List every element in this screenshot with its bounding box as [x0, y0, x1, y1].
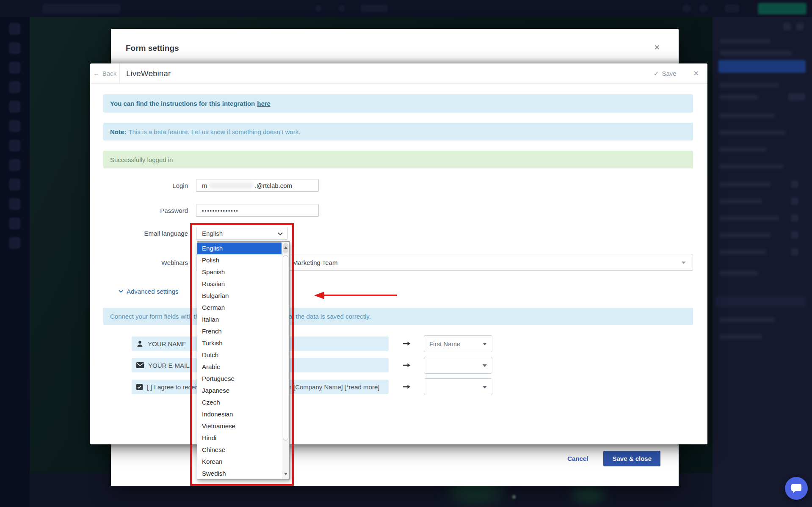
dropdown-option[interactable]: Spanish [197, 266, 282, 278]
dropdown-option[interactable]: Hindi [197, 432, 282, 444]
email-language-dropdown-list: English Polish Spanish Russian Bulgarian… [197, 241, 290, 479]
instructions-text: You can find the instructions for this i… [110, 100, 255, 107]
header-shadow [111, 58, 679, 63]
dropdown-option[interactable]: Russian [197, 278, 282, 290]
advanced-settings-label: Advanced settings [127, 288, 179, 295]
dropdown-option[interactable]: Bulgarian [197, 290, 282, 302]
note-text: This is a beta feature. Let us know if s… [128, 128, 300, 135]
webinars-value: Marketing Team [293, 259, 337, 266]
chevron-down-icon [483, 343, 487, 345]
mapping-row-consent: [ ] I agree to receive marketing communi… [103, 378, 693, 395]
save-label: Save [662, 70, 676, 77]
login-value-prefix: m [202, 182, 207, 189]
close-icon[interactable]: ✕ [693, 69, 699, 77]
maps-to-arrow-icon [403, 341, 410, 346]
dropdown-option[interactable]: Polish [197, 254, 282, 266]
chat-widget-button[interactable] [785, 477, 808, 500]
chevron-down-icon [119, 290, 123, 293]
back-button[interactable]: ← Back [90, 63, 120, 84]
target-field-select[interactable] [424, 357, 492, 374]
cancel-button[interactable]: Cancel [567, 451, 588, 466]
chevron-down-icon [682, 262, 686, 264]
scrollbar-thumb[interactable] [283, 255, 288, 441]
email-language-label: Email language [103, 230, 188, 237]
password-row: Password •••••••••••••• [103, 204, 693, 217]
instructions-link[interactable]: here [257, 100, 271, 107]
dropdown-option[interactable]: Swedish [197, 468, 282, 479]
login-success-banner: Successfully logged in [103, 151, 693, 168]
dropdown-option[interactable]: Czech [197, 397, 282, 408]
chevron-down-icon [278, 232, 283, 236]
login-input[interactable]: m .@rtclab.com [196, 179, 319, 192]
mapping-row-email: YOUR E-MAIL [103, 357, 693, 374]
scroll-up-arrow-icon[interactable] [283, 243, 288, 253]
chevron-down-icon [483, 364, 487, 367]
instructions-banner: You can find the instructions for this i… [103, 94, 693, 113]
success-text: Successfully logged in [110, 156, 173, 163]
target-field-select[interactable]: First Name [424, 335, 492, 352]
login-label: Login [103, 182, 188, 189]
email-language-row: Email language English [103, 227, 693, 240]
form-field-label: YOUR NAME [148, 340, 186, 347]
beta-note-banner: Note: This is a beta feature. Let us kno… [103, 123, 693, 141]
panel-title: LiveWebinar [126, 69, 171, 78]
mapping-info-banner: Connect your form fields with the fields… [103, 308, 693, 325]
login-row: Login m .@rtclab.com [103, 179, 693, 192]
save-button[interactable]: ✓ Save [654, 70, 677, 77]
person-icon [136, 340, 144, 347]
scroll-down-arrow-icon[interactable] [284, 473, 287, 475]
dropdown-scrollbar[interactable] [282, 242, 289, 479]
dropdown-option[interactable]: Japanese [197, 385, 282, 397]
field-mapping-list: YOUR NAME First Name YOUR E-MAIL [103, 335, 693, 395]
webinars-row: Webinars Marketing Team [103, 254, 693, 271]
target-field-value: First Name [429, 340, 460, 347]
chat-bubble-icon [791, 483, 802, 493]
dropdown-option[interactable]: Korean [197, 456, 282, 468]
livewebinar-integration-panel: ← Back LiveWebinar ✓ Save ✕ You can find… [90, 63, 707, 444]
maps-to-arrow-icon [403, 384, 410, 389]
password-label: Password [103, 207, 188, 214]
checkbox-icon [136, 384, 143, 390]
save-close-button[interactable]: Save & close [603, 451, 660, 466]
mapping-row-name: YOUR NAME First Name [103, 335, 693, 352]
chevron-down-icon [483, 386, 487, 389]
screen: Form settings ✕ Cancel Save & close ← Ba… [0, 0, 812, 507]
form-field-label: YOUR E-MAIL [148, 362, 190, 369]
dropdown-option[interactable]: Portuguese [197, 373, 282, 385]
dropdown-option[interactable]: Arabic [197, 361, 282, 373]
panel-content: You can find the instructions for this i… [90, 94, 707, 395]
dropdown-option[interactable]: Vietnamese [197, 420, 282, 432]
modal-footer: Cancel Save & close [111, 444, 679, 486]
dropdown-option[interactable]: German [197, 302, 282, 314]
webinars-label: Webinars [103, 259, 188, 266]
dropdown-option[interactable]: Dutch [197, 349, 282, 361]
check-icon: ✓ [654, 70, 659, 77]
login-value-suffix: .@rtclab.com [255, 182, 293, 189]
dropdown-option[interactable]: Indonesian [197, 408, 282, 420]
envelope-icon [136, 362, 144, 368]
modal-title: Form settings [126, 44, 179, 53]
dropdown-option[interactable]: Italian [197, 314, 282, 325]
password-input[interactable]: •••••••••••••• [196, 204, 319, 217]
dropdown-option[interactable]: English [197, 242, 282, 254]
back-arrow-icon: ← [93, 70, 100, 77]
close-icon[interactable]: ✕ [654, 44, 660, 51]
dropdown-option[interactable]: Chinese [197, 444, 282, 456]
redacted-blur [209, 182, 253, 188]
dropdown-option[interactable]: French [197, 325, 282, 337]
note-label: Note: [110, 128, 126, 135]
maps-to-arrow-icon [403, 363, 410, 368]
dropdown-option[interactable]: Turkish [197, 337, 282, 349]
panel-header: ← Back LiveWebinar ✓ Save ✕ [90, 63, 707, 84]
email-language-value: English [202, 230, 223, 237]
back-label: Back [102, 70, 116, 77]
target-field-select[interactable] [424, 378, 492, 395]
email-language-select[interactable]: English [196, 227, 287, 240]
